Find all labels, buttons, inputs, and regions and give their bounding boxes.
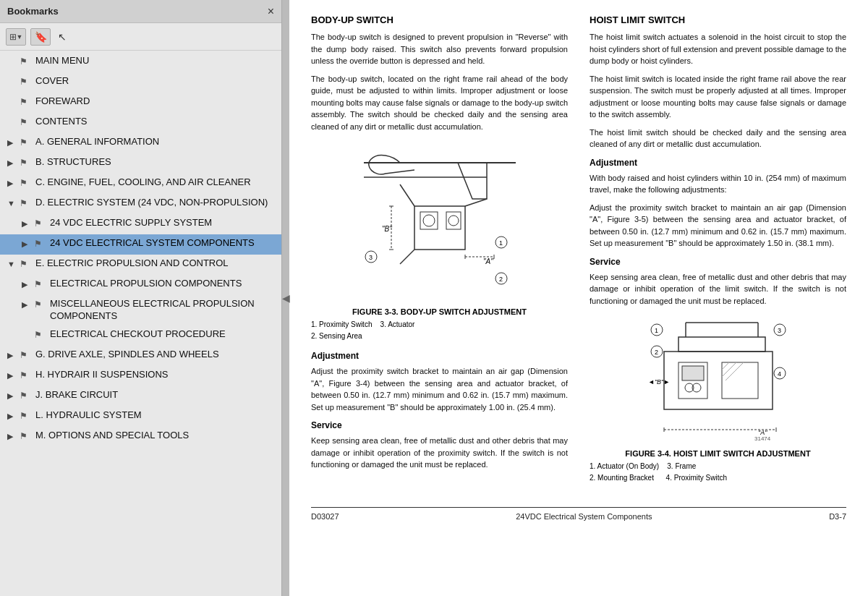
bookmark-item-structures[interactable]: ▶ ⚑ B. STRUCTURES — [0, 153, 281, 174]
expand-arrow: ▶ — [7, 178, 17, 188]
svg-rect-30 — [722, 362, 758, 399]
bookmark-item-24vdc-components[interactable]: ▶ ⚑ 24 VDC ELECTRICAL SYSTEM COMPONENTS — [0, 234, 281, 255]
body-up-para2: The body-up switch, located on the right… — [311, 73, 568, 133]
bookmark-flag-icon: ⚑ — [20, 259, 31, 271]
close-button[interactable]: × — [268, 6, 274, 17]
bookmark-item-general-info[interactable]: ▶ ⚑ A. GENERAL INFORMATION — [0, 133, 281, 153]
bookmark-item-cover[interactable]: ⚑ COVER — [0, 72, 281, 93]
expand-arrow: ▶ — [22, 239, 32, 249]
bookmark-flag-icon: ⚑ — [20, 370, 31, 382]
svg-rect-3 — [414, 206, 465, 250]
bookmark-label: 24 VDC ELECTRICAL SYSTEM COMPONENTS — [50, 237, 276, 250]
hoist-figure-caption: FIGURE 3-4. HOIST LIMIT SWITCH ADJUSTMEN… — [590, 449, 846, 458]
bookmark-label: M. OPTIONS AND SPECIAL TOOLS — [35, 430, 276, 442]
adjustment-text-left: Adjust the proximity switch bracket to m… — [311, 365, 568, 413]
bookmark-item-main-menu[interactable]: ⚑ MAIN MENU — [0, 52, 281, 72]
service-title-left: Service — [311, 420, 568, 430]
bookmark-item-elec-prop-comp[interactable]: ▶ ⚑ ELECTRICAL PROPULSION COMPONENTS — [0, 275, 281, 295]
hoist-figure: ◄"B"► "A" 2 3 1 4 31474 — [590, 315, 846, 484]
bookmark-item-electric-prop[interactable]: ▼ ⚑ E. ELECTRIC PROPULSION AND CONTROL — [0, 255, 281, 275]
bookmark-flag-icon: ⚑ — [20, 431, 31, 443]
svg-text:3: 3 — [778, 327, 781, 334]
list-view-button[interactable]: ⊞ ▼ — [6, 28, 26, 46]
svg-text:4: 4 — [778, 370, 781, 378]
expand-arrow: ▶ — [7, 391, 17, 401]
bookmark-item-foreward[interactable]: ⚑ FOREWARD — [0, 93, 281, 113]
bookmark-label: J. BRAKE CIRCUIT — [35, 389, 276, 401]
bookmark-label: A. GENERAL INFORMATION — [35, 136, 276, 148]
bookmark-item-hydrair[interactable]: ▶ ⚑ H. HYDRAIR II SUSPENSIONS — [0, 366, 281, 386]
bookmark-item-engine[interactable]: ▶ ⚑ C. ENGINE, FUEL, COOLING, AND AIR CL… — [0, 174, 281, 194]
svg-text:"B": "B" — [382, 225, 392, 233]
svg-text:31474: 31474 — [754, 435, 771, 442]
bookmarks-title: Bookmarks — [7, 6, 59, 17]
svg-text:2: 2 — [655, 349, 658, 356]
service-title-right: Service — [590, 257, 846, 267]
adjustment-text2-right: Adjust the proximity switch bracket to m… — [590, 202, 846, 250]
body-up-diagram: "B" "A" 3 1 2 — [357, 141, 523, 300]
bookmark-label: COVER — [35, 75, 276, 88]
bookmark-flag-icon: ⚑ — [34, 299, 46, 311]
list-icon: ⊞ — [9, 32, 17, 42]
toolbar: ⊞ ▼ 🔖 ↖ — [0, 23, 281, 51]
bookmark-label: C. ENGINE, FUEL, COOLING, AND AIR CLEANE… — [35, 176, 276, 189]
hoist-para2: The hoist limit switch is located inside… — [590, 73, 846, 121]
document-footer: D03027 24VDC Electrical System Component… — [311, 507, 846, 521]
hoist-para3: The hoist limit switch should be checked… — [590, 127, 846, 150]
body-up-switch-title: BODY-UP SWITCH — [311, 14, 568, 25]
bookmark-label: FOREWARD — [35, 95, 276, 108]
panel-divider[interactable]: ◀ — [282, 0, 289, 596]
cursor-icon: ↖ — [58, 31, 67, 43]
collapse-arrow: ▼ — [7, 198, 17, 208]
svg-line-31 — [722, 362, 729, 370]
bookmark-item-options[interactable]: ▶ ⚑ M. OPTIONS AND SPECIAL TOOLS — [0, 427, 281, 447]
svg-text:◄"B"►: ◄"B"► — [648, 378, 670, 386]
bookmark-item-elec-checkout[interactable]: ⚑ ELECTRICAL CHECKOUT PROCEDURE — [0, 325, 281, 346]
expand-arrow: ▶ — [7, 411, 17, 421]
svg-point-7 — [448, 216, 459, 226]
bookmark-label: MISCELLANEOUS ELECTRICAL PROPULSION COMP… — [50, 298, 276, 323]
bookmark-item-hydraulic[interactable]: ▶ ⚑ L. HYDRAULIC SYSTEM — [0, 406, 281, 427]
footer-center: 24VDC Electrical System Components — [516, 512, 652, 521]
bookmark-flag-icon: ⚑ — [20, 137, 31, 149]
bookmark-label: D. ELECTRIC SYSTEM (24 VDC, NON-PROPULSI… — [35, 197, 276, 209]
bookmarks-header: Bookmarks × — [0, 0, 281, 23]
footer-left: D03027 — [311, 512, 339, 521]
expand-arrow: ▶ — [22, 299, 32, 310]
hoist-figure-legend: 1. Actuator (On Body) 3. Frame 2. Mounti… — [590, 461, 846, 484]
toolbar-group: ⊞ ▼ — [6, 28, 26, 46]
svg-rect-27 — [682, 366, 704, 380]
bookmark-flag-icon: ⚑ — [20, 117, 31, 129]
bookmark-flag-icon: ⚑ — [34, 279, 46, 291]
document-content: BODY-UP SWITCH The body-up switch is des… — [311, 14, 846, 493]
expand-arrow: ▶ — [22, 279, 32, 289]
bookmark-item-drive-axle[interactable]: ▶ ⚑ G. DRIVE AXLE, SPINDLES AND WHEELS — [0, 346, 281, 366]
svg-rect-34 — [678, 337, 765, 352]
bookmark-label: B. STRUCTURES — [35, 156, 276, 169]
hoist-diagram: ◄"B"► "A" 2 3 1 4 31474 — [635, 315, 801, 442]
expand-arrow: ▶ — [22, 218, 32, 229]
bookmarks-panel: Bookmarks × ⊞ ▼ 🔖 ↖ ⚑ MAIN MENU ⚑ COVER — [0, 0, 282, 596]
expand-arrow: ▶ — [7, 370, 17, 380]
bookmark-button[interactable]: 🔖 — [30, 28, 51, 46]
bookmark-item-24vdc-supply[interactable]: ▶ ⚑ 24 VDC ELECTRIC SUPPLY SYSTEM — [0, 214, 281, 234]
svg-text:3: 3 — [369, 254, 373, 261]
body-up-figure: "B" "A" 3 1 2 — [311, 141, 568, 342]
bookmark-flag-icon: ⚑ — [34, 239, 46, 250]
bookmark-flag-icon: ⚑ — [20, 77, 31, 88]
service-text-left: Keep sensing area clean, free of metalli… — [311, 435, 568, 471]
bookmark-flag-icon: ⚑ — [20, 178, 31, 190]
svg-text:"A": "A" — [483, 257, 493, 265]
bookmark-item-contents[interactable]: ⚑ CONTENTS — [0, 113, 281, 133]
body-up-figure-legend: 1. Proximity Switch 3. Actuator 2. Sensi… — [311, 319, 568, 342]
bookmark-item-electric-sys[interactable]: ▼ ⚑ D. ELECTRIC SYSTEM (24 VDC, NON-PROP… — [0, 194, 281, 214]
legend-item: 1. Actuator (On Body) 3. Frame — [590, 461, 846, 472]
bookmark-item-misc-elec[interactable]: ▶ ⚑ MISCELLANEOUS ELECTRICAL PROPULSION … — [0, 295, 281, 325]
svg-line-32 — [722, 362, 736, 377]
bookmark-item-brake[interactable]: ▶ ⚑ J. BRAKE CIRCUIT — [0, 386, 281, 406]
expand-arrow: ▶ — [7, 350, 17, 360]
body-up-figure-caption: FIGURE 3-3. BODY-UP SWITCH ADJUSTMENT — [311, 307, 568, 316]
hoist-limit-title: HOIST LIMIT SWITCH — [590, 14, 846, 25]
bookmark-label: ELECTRICAL CHECKOUT PROCEDURE — [50, 328, 276, 341]
svg-text:1: 1 — [499, 239, 503, 247]
